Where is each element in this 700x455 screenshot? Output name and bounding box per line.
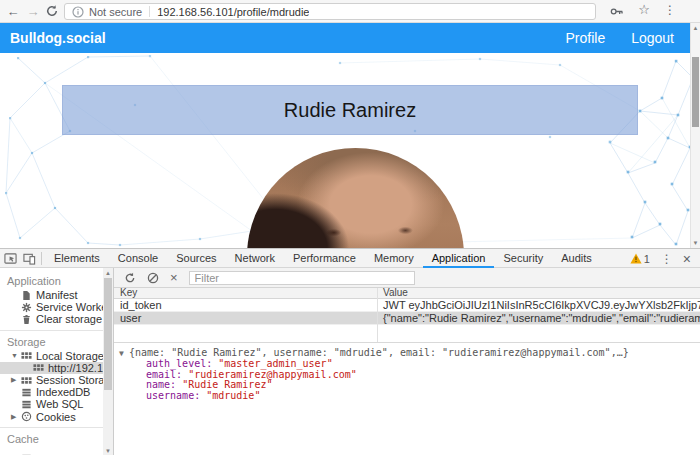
sidebar-item-session-storage[interactable]: ▶ Session Storage <box>0 374 103 386</box>
clear-storage-icon <box>21 314 32 325</box>
database-icon <box>21 387 32 398</box>
nav-profile-link[interactable]: Profile <box>565 30 605 46</box>
profile-name-banner: Rudie Ramirez <box>62 85 638 135</box>
table-filler <box>114 325 700 342</box>
sidebar-item-service-workers[interactable]: Service Workers <box>0 301 103 313</box>
devtools-tabbar: Elements Console Sources Network Perform… <box>0 249 700 268</box>
url-bar[interactable]: Not secure 192.168.56.101/profile/mdrudi… <box>64 3 596 20</box>
nav-logout-link[interactable]: Logout <box>631 30 674 46</box>
page-scrollbar-thumb[interactable] <box>692 57 699 127</box>
filter-input[interactable] <box>189 271 415 285</box>
devtools-panel: Elements Console Sources Network Perform… <box>0 248 700 455</box>
preview-summary: {name: "Rudie Ramirez", username: "mdrud… <box>129 347 629 358</box>
storage-grid-icon <box>21 350 32 361</box>
storage-grid-icon <box>21 375 32 386</box>
sidebar-section-cache: Cache <box>0 428 103 447</box>
back-icon[interactable]: ← <box>4 2 22 21</box>
devtools-main: × Key Value id_token JWT eyJhbGciOiJIUzI… <box>113 268 700 455</box>
sidebar-scrollbar-thumb[interactable] <box>104 278 112 390</box>
site-navbar: Bulldog.social Profile Logout <box>0 23 690 53</box>
sidebar-item-indexeddb[interactable]: IndexedDB <box>0 386 103 398</box>
url-divider <box>149 6 150 17</box>
page-scrollbar[interactable]: ▲ ▼ <box>690 23 700 248</box>
sidebar-section-application: Application <box>0 273 103 289</box>
tab-audits[interactable]: Audits <box>552 249 601 268</box>
column-key[interactable]: Key <box>114 288 377 298</box>
reload-icon[interactable] <box>45 4 59 22</box>
tab-performance[interactable]: Performance <box>284 249 365 268</box>
delete-icon[interactable]: × <box>170 269 178 287</box>
devtools-menu-icon[interactable]: ⋮ <box>654 252 680 266</box>
sidebar-item-web-sql[interactable]: Web SQL <box>0 398 103 410</box>
security-label: Not secure <box>89 6 142 18</box>
url-text: 192.168.56.101/profile/mdrudie <box>157 6 309 18</box>
inspect-element-icon[interactable] <box>2 249 19 268</box>
tab-application[interactable]: Application <box>423 249 495 268</box>
cookies-icon <box>21 411 32 422</box>
storage-row-id-token[interactable]: id_token JWT eyJhbGciOiJIUzI1NiIsInR5cCI… <box>114 299 700 312</box>
site-brand[interactable]: Bulldog.social <box>10 30 106 46</box>
forward-icon[interactable]: → <box>24 2 42 21</box>
storage-toolbar: × <box>114 268 700 288</box>
devtools-sidebar: Application Manifest Service Workers Cle… <box>0 268 113 455</box>
storage-value-preview: ▼{name: "Rudie Ramirez", username: "mdru… <box>114 342 700 455</box>
sidebar-scrollbar[interactable]: ▲ ▼ <box>103 268 113 455</box>
scroll-up-icon[interactable]: ▲ <box>103 268 113 278</box>
storage-table-header[interactable]: Key Value <box>114 288 700 299</box>
scroll-down-icon[interactable]: ▼ <box>103 446 113 455</box>
devtools-close-icon[interactable]: × <box>680 251 698 267</box>
device-toolbar-icon[interactable] <box>21 249 38 268</box>
browser-toolbar: ← → Not secure 192.168.56.101/profile/md… <box>0 0 700 23</box>
sidebar-item-manifest[interactable]: Manifest <box>0 289 103 301</box>
scroll-up-icon[interactable]: ▲ <box>691 23 700 33</box>
tab-sources[interactable]: Sources <box>167 249 225 268</box>
database-icon <box>21 399 32 410</box>
sidebar-section-storage: Storage <box>0 331 103 350</box>
sidebar-item-cookies[interactable]: ▶ Cookies <box>0 411 103 423</box>
sidebar-item-local-storage[interactable]: ▼ Local Storage <box>0 350 103 362</box>
collapsed-triangle-icon[interactable]: ▶ <box>11 376 21 384</box>
info-icon <box>72 6 84 18</box>
storage-grid-icon <box>33 362 44 373</box>
scroll-down-icon[interactable]: ▼ <box>691 238 700 248</box>
tab-elements[interactable]: Elements <box>45 249 109 268</box>
storage-table: Key Value id_token JWT eyJhbGciOiJIUzI1N… <box>114 288 700 342</box>
expand-triangle-icon[interactable]: ▼ <box>119 348 129 359</box>
warning-icon[interactable] <box>630 253 642 264</box>
expand-triangle-icon[interactable]: ▼ <box>11 352 21 359</box>
service-workers-icon <box>21 302 32 313</box>
profile-name: Rudie Ramirez <box>284 99 416 122</box>
browser-menu-icon[interactable]: ⋮ <box>664 3 676 17</box>
page-content: Rudie Ramirez <box>0 53 690 248</box>
tab-memory[interactable]: Memory <box>365 249 423 268</box>
nav-links: Profile Logout <box>565 30 674 46</box>
tab-console[interactable]: Console <box>109 249 167 268</box>
sidebar-item-clear-storage[interactable]: Clear storage <box>0 313 103 325</box>
key-icon[interactable] <box>609 4 624 23</box>
tabbar-divider <box>41 252 42 265</box>
preview-property: username: "mdrudie" <box>146 391 700 402</box>
warning-count: 1 <box>644 253 650 265</box>
manifest-icon <box>21 290 32 301</box>
storage-row-user[interactable]: user {"name":"Rudie Ramirez","username":… <box>114 312 700 325</box>
block-icon[interactable] <box>147 272 159 284</box>
devtools-body: Application Manifest Service Workers Cle… <box>0 268 700 455</box>
column-divider[interactable] <box>377 288 378 342</box>
bookmark-star-icon[interactable]: ☆ <box>638 2 650 17</box>
tab-network[interactable]: Network <box>226 249 284 268</box>
column-value[interactable]: Value <box>377 288 700 298</box>
refresh-icon[interactable] <box>124 272 136 284</box>
collapsed-triangle-icon[interactable]: ▶ <box>11 413 21 421</box>
sidebar-item-localstorage-origin[interactable]: http://192.168.56.101 <box>0 362 103 374</box>
tab-security[interactable]: Security <box>494 249 552 268</box>
